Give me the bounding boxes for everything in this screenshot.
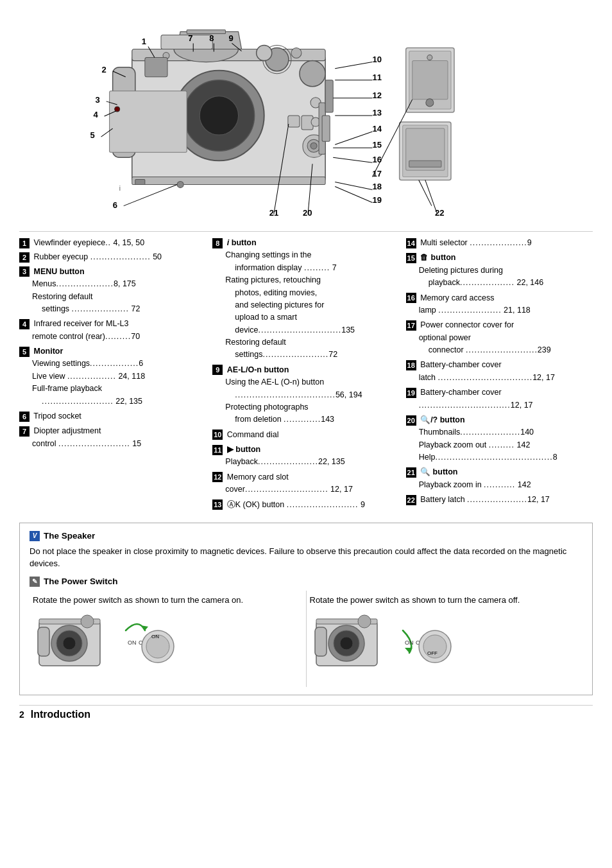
- label-14: 14: [372, 124, 382, 134]
- svg-rect-5: [161, 35, 212, 49]
- svg-rect-25: [145, 58, 167, 77]
- part-14: 14 Multi selector ....................9: [406, 237, 593, 249]
- power-off-col: Rotate the power switch as shown to turn…: [307, 591, 583, 688]
- svg-rect-18: [288, 116, 300, 127]
- inset-memory-card: [406, 48, 454, 112]
- parts-col-2: 8 i button Changing settings in the info…: [212, 237, 405, 513]
- notice-box: V The Speaker Do not place the speaker i…: [19, 523, 593, 696]
- svg-point-31: [291, 48, 302, 58]
- part-12: 12 Memory card slot cover...............…: [212, 471, 399, 496]
- svg-point-69: [63, 637, 76, 650]
- svg-rect-66: [38, 627, 49, 656]
- part-13: 13 ⒶK (OK) button ......................…: [212, 499, 399, 511]
- label-4: 4: [94, 110, 99, 119]
- svg-point-11: [257, 45, 272, 60]
- speaker-icon: V: [30, 531, 40, 541]
- part-15: 15 🗑 button Deleting pictures during pla…: [406, 252, 593, 289]
- svg-line-46: [124, 184, 177, 205]
- power-on-illustration: ON OFF ON: [33, 611, 180, 682]
- page: i: [0, 0, 612, 733]
- pencil-icon: ✎: [30, 577, 40, 587]
- part-21: 21 🔍 button Playback zoom in ...........…: [406, 466, 593, 491]
- label-6: 6: [113, 200, 117, 210]
- label-3: 3: [96, 95, 100, 105]
- power-switch-title-text: The Power Switch: [44, 577, 118, 586]
- svg-line-59: [335, 182, 372, 189]
- part-16: 16 Memory card access lamp .............…: [406, 292, 593, 317]
- part-1: 1 Viewfinder eyepiece.. 4, 15, 50: [19, 237, 206, 249]
- part-22: 22 Battery latch .....................12…: [406, 494, 593, 506]
- svg-text:ON: ON: [128, 639, 137, 646]
- camera-body: i: [110, 30, 334, 192]
- label-15: 15: [372, 140, 382, 150]
- svg-rect-30: [135, 179, 145, 184]
- part-19: 19 Battery-chamber cover ...............…: [406, 386, 593, 412]
- parts-col-3: 14 Multi selector ....................9 …: [406, 237, 593, 513]
- svg-line-55: [335, 132, 372, 144]
- power-off-text: Rotate the power switch as shown to turn…: [310, 594, 580, 607]
- label-20: 20: [303, 208, 312, 218]
- power-off-illustration: ON OFF OFF: [310, 611, 457, 682]
- svg-point-84: [358, 615, 371, 628]
- speaker-notice-text: Do not place the speaker in close proxim…: [30, 545, 582, 570]
- part-10: 10 Command dial: [212, 429, 399, 441]
- part-18: 18 Battery-chamber cover latch .........…: [406, 359, 593, 384]
- label-11: 11: [372, 73, 382, 82]
- power-switch-section: ✎ The Power Switch Rotate the power swit…: [30, 577, 582, 688]
- part-20: 20 🔍/? button Thumbnails................…: [406, 414, 593, 464]
- part-5: 5 Monitor Viewing settings..............…: [19, 345, 206, 408]
- part-2: 2 Rubber eyecup ..................... 50: [19, 251, 206, 263]
- page-number: 2: [19, 709, 24, 720]
- svg-point-36: [426, 99, 434, 107]
- svg-text:ON: ON: [405, 639, 414, 646]
- label-8: 8: [209, 33, 214, 43]
- svg-rect-26: [110, 91, 187, 152]
- svg-point-22: [177, 181, 183, 187]
- svg-rect-79: [315, 627, 327, 656]
- label-9: 9: [228, 33, 233, 43]
- part-7: 7 Diopter adjustment control ...........…: [19, 425, 206, 450]
- svg-marker-72: [140, 625, 148, 630]
- label-7: 7: [188, 33, 192, 43]
- svg-line-57: [333, 157, 372, 162]
- part-11: 11 ▶ button Playback....................…: [212, 444, 399, 469]
- svg-line-51: [335, 62, 372, 69]
- svg-point-71: [81, 615, 94, 628]
- svg-text:i: i: [119, 186, 121, 193]
- part-17: 17 Power connector cover for optional po…: [406, 319, 593, 356]
- svg-point-8: [200, 96, 238, 135]
- power-images: Rotate the power switch as shown to turn…: [30, 591, 582, 688]
- svg-point-16: [310, 143, 317, 149]
- label-5: 5: [90, 130, 94, 140]
- label-19: 19: [372, 195, 382, 205]
- svg-rect-41: [409, 161, 441, 167]
- svg-line-60: [335, 186, 372, 202]
- svg-rect-28: [325, 80, 333, 112]
- svg-rect-35: [412, 61, 448, 100]
- power-on-col: Rotate the power switch as shown to turn…: [30, 591, 307, 688]
- svg-rect-29: [322, 116, 330, 141]
- label-18: 18: [372, 182, 382, 191]
- label-12: 12: [372, 91, 382, 100]
- speaker-notice-title: V The Speaker: [30, 531, 582, 541]
- inset-battery: [400, 122, 451, 180]
- svg-point-12: [300, 61, 325, 87]
- power-on-text: Rotate the power switch as shown to turn…: [33, 594, 303, 607]
- parts-list: 1 Viewfinder eyepiece.. 4, 15, 50 2 Rubb…: [19, 231, 593, 513]
- power-switch-title: ✎ The Power Switch: [30, 577, 582, 587]
- part-6: 6 Tripod socket: [19, 410, 206, 422]
- part-8: 8 i button Changing settings in the info…: [212, 237, 399, 361]
- svg-point-27: [115, 107, 120, 112]
- svg-text:ON: ON: [151, 634, 159, 639]
- label-1: 1: [142, 37, 146, 46]
- label-10: 10: [372, 55, 382, 64]
- page-title: Introduction: [31, 709, 90, 720]
- label-13: 13: [372, 108, 382, 117]
- part-4: 4 Infrared receiver for ML-L3 remote con…: [19, 318, 206, 343]
- speaker-title-text: The Speaker: [44, 531, 95, 541]
- camera-diagram: i: [19, 13, 593, 225]
- parts-col-1: 1 Viewfinder eyepiece.. 4, 15, 50 2 Rubb…: [19, 237, 212, 513]
- part-9: 9 AE-L/O‑n button Using the AE-L (O‑n) b…: [212, 364, 399, 426]
- svg-point-82: [340, 637, 353, 650]
- svg-text:OFF: OFF: [427, 650, 438, 656]
